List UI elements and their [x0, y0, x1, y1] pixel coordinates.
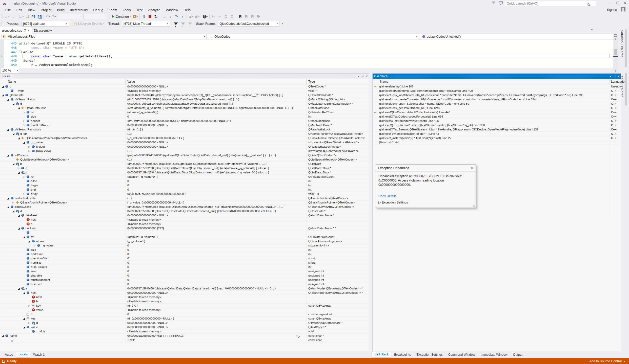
expanded-icon[interactable]: ◢ [18, 106, 21, 110]
code-line-449[interactable]: 449#endif [0, 58, 613, 63]
locals-row[interactable]: ◢codecCache{d=0x00007ff7d59f0e88 {qlalr.… [0, 205, 369, 209]
locals-row[interactable]: alloc0int [0, 179, 369, 183]
pin-icon[interactable] [361, 75, 365, 78]
locals-row[interactable]: ◢_q_value0x0000000000000000 <NULL>std::a… [0, 140, 369, 145]
toggle-bookmark-icon[interactable] [237, 13, 243, 19]
notifications-icon[interactable] [492, 2, 495, 4]
navigate-back-icon[interactable]: ←▾ [4, 13, 10, 19]
expanded-icon[interactable]: ◢ [12, 162, 15, 166]
expanded-icon[interactable]: ◢ [7, 196, 10, 200]
pause-icon[interactable] [141, 13, 147, 19]
locals-row[interactable]: ▷[value]0x0000000000000000 <NULL>QReadWr… [0, 145, 369, 149]
menu-project[interactable]: Project [38, 7, 54, 13]
locals-row[interactable]: ▷mostLeftNode0x0000000000000000 <NULL>QM… [0, 123, 369, 127]
hex-display-icon[interactable]: #▾ [188, 13, 194, 19]
locals-row[interactable]: ▷[Raw View]{...}std::atomic<QReadWriteLo… [0, 149, 369, 153]
redo-icon[interactable]: ↷▾ [51, 13, 57, 19]
call-stack-row[interactable]: ↩qlalr.exe!QIcuCodec::defaultCodecUnlock… [373, 110, 621, 115]
call-stack-row[interactable]: qlalr.exe!ucnv_getDefaultName_61() Line … [373, 106, 621, 110]
locals-row[interactable]: numBits0short [0, 261, 369, 265]
locals-row[interactable]: ▷_q_value0std::atomic<int> [0, 243, 369, 248]
save-icon[interactable] [30, 13, 36, 19]
locals-row[interactable]: __vfptr<Unable to read memory>void * * [0, 329, 369, 334]
column-name[interactable]: Name [8, 80, 16, 83]
locals-row[interactable]: end0int [0, 188, 369, 192]
process-combo[interactable]: [6724] qlalr.exe▾ [22, 21, 69, 27]
locals-row[interactable]: ◢ref{atomic={_q_value=0 } }QtPrivate::Re… [0, 235, 369, 239]
code-line-448[interactable]: ↩448 const char *name = ucnv_getDefaultN… [0, 54, 613, 58]
menu-view[interactable]: View [25, 7, 38, 13]
expanded-icon[interactable]: ◢ [23, 291, 26, 295]
expanded-icon[interactable]: ◢ [7, 205, 10, 209]
quick-launch-input[interactable] [507, 1, 588, 6]
column-name[interactable]: Name [380, 80, 388, 83]
expanded-icon[interactable]: ◢ [2, 84, 5, 89]
column-language[interactable]: Language [611, 80, 624, 83]
scrollbar-thumb[interactable] [614, 49, 617, 55]
code-line-445[interactable]: 445#if defined(QT_LOCALE_IS_UTF8) [0, 41, 613, 46]
step-out-icon[interactable]: ↑ [179, 13, 186, 19]
stack-frame-combo[interactable]: QIcuCodec::defaultCodecUnlocked▾ [218, 21, 279, 27]
collapsed-icon[interactable]: ▷ [12, 200, 15, 205]
code-line-450[interactable]: 450 c = codecForNameUnlocked(name); [0, 63, 613, 67]
collapsed-icon[interactable]: ▷ [28, 145, 31, 149]
locals-row[interactable]: ✕h<Unable to read memory> [0, 222, 369, 226]
navigate-forward-code-icon[interactable]: ⊣ [217, 13, 223, 19]
close-tab-icon[interactable]: ✕ [27, 29, 30, 32]
expanded-icon[interactable]: ◢ [28, 239, 31, 243]
prev-bookmark-icon[interactable] [243, 13, 249, 19]
locals-row[interactable]: ◢atomic{_q_value=0 }QBasicAtomicInteger<… [0, 239, 369, 243]
call-stack-row[interactable]: qlalr.exe!`dynamic initializer for 'qerr… [373, 132, 621, 136]
tab-breakpoints[interactable]: Breakpoints [391, 352, 414, 358]
flagged-threads-filter-icon[interactable] [181, 22, 185, 25]
locals-row[interactable]: ◢key{d=0x0000000000000000 <NULL> }const … [0, 316, 369, 321]
locals-row[interactable]: ▷header{p=0 left=0x0000000000000000 <NUL… [0, 119, 369, 123]
tab-watch-1[interactable]: Watch 1 [30, 352, 47, 358]
locals-row[interactable]: ▷d0x00007ff7d59d25f0 {qlalr.exe!QListDat… [0, 166, 369, 170]
collapsed-icon[interactable]: ▷ [28, 321, 31, 325]
toolbar-combo-2[interactable] [84, 14, 108, 19]
expanded-icon[interactable]: ◢ [12, 209, 15, 213]
locals-row[interactable]: ◢fakeNext0x0000000000000000 <NULL>QHashD… [0, 213, 369, 218]
tab-autos[interactable]: Autos [2, 352, 16, 358]
call-stack-row[interactable]: qlalr.exe!getAlgorithmicTypeFromName(con… [373, 89, 621, 93]
project-dropdown[interactable]: Miscellaneous Files ▾ [2, 34, 207, 39]
locals-row[interactable]: 1 '\x1'const char [0, 338, 369, 342]
pin-icon[interactable] [24, 29, 26, 32]
next-bookmark-icon[interactable] [249, 13, 255, 19]
window-position-icon[interactable]: ▾ [608, 75, 613, 78]
diagnostic-tools-icon[interactable]: ▾ [132, 13, 138, 19]
expanded-icon[interactable]: ◢ [18, 226, 21, 231]
locals-row[interactable]: size0int [0, 248, 369, 252]
code-line-447[interactable]: 447#else [0, 50, 613, 54]
pin-icon[interactable] [613, 75, 617, 78]
locals-title-bar[interactable]: Locals ▾ ✕ [0, 74, 369, 79]
locals-row[interactable]: ◢e0x00007ff7d59f0e88 {qlalr.exe!QHashDat… [0, 286, 369, 291]
call-stack-row[interactable]: qlalr.exe!ucnv_loadSharedData_61(const c… [373, 93, 621, 97]
locals-row[interactable]: ◢d0x00007ff7d59d25f0 {qlalr.exe!QListDat… [0, 170, 369, 175]
minimize-button[interactable]: − [606, 1, 614, 6]
user-avatar-icon[interactable] [621, 7, 625, 12]
expanded-icon[interactable]: ◢ [7, 97, 10, 102]
exception-popup[interactable]: Exception Unhandled ✕ Unhandled exceptio… [376, 164, 476, 208]
tab-locals[interactable]: Locals [16, 352, 30, 358]
type-dropdown[interactable]: → QIcuCodec ▾ [208, 34, 419, 39]
code-line-446[interactable]: 446 const char *name = "UTF-8"; [0, 46, 613, 50]
navigate-forward-icon[interactable]: → [10, 13, 16, 19]
thread-combo[interactable]: [6736] Main Thread▾ [122, 21, 170, 27]
fold-collapse-icon[interactable] [19, 51, 22, 53]
toolbar-grip[interactable] [1, 21, 2, 26]
show-next-statement-icon[interactable]: → [161, 13, 167, 19]
collapsed-icon[interactable]: ▷ [34, 243, 37, 248]
menu-window[interactable]: Window [163, 7, 181, 13]
toolbar-overflow-icon[interactable]: ▾ [282, 22, 283, 25]
save-all-icon[interactable] [36, 13, 43, 19]
locals-row[interactable]: __vfptr<Unable to read memory>void * * [0, 89, 369, 93]
tab-solution-explorer[interactable]: Solution Explorer [620, 30, 624, 57]
tab-disassembly[interactable]: Disassembly [32, 27, 54, 34]
tab-qicucodec-cpp[interactable]: qicucodec.cpp ✕ [0, 27, 32, 34]
call-stack-row[interactable]: qlalr.exe!_initterm(void(*)() * first, v… [373, 136, 621, 140]
locals-row[interactable]: ◢p{d=0x00007ff7d59d25f0 {qlalr.exe!QList… [0, 162, 369, 166]
collapsed-icon[interactable]: ▷ [23, 119, 26, 123]
help-icon[interactable]: ?▾ [202, 13, 208, 19]
